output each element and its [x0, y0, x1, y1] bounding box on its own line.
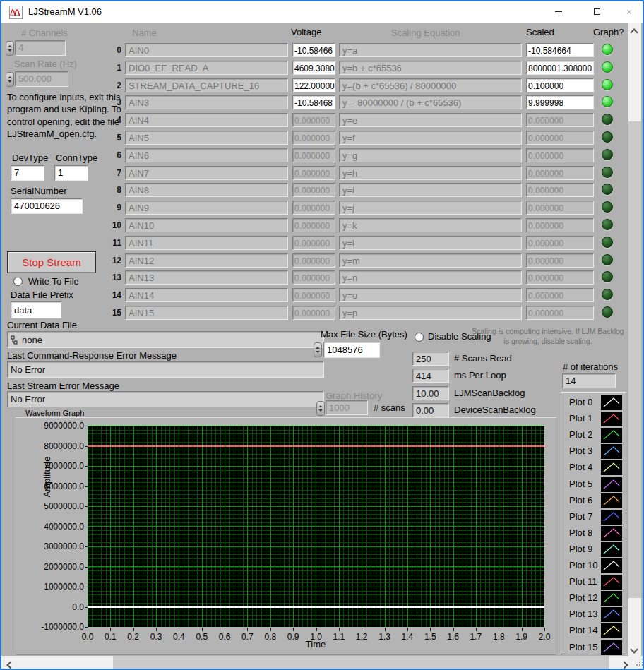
channel-name-field[interactable]: AIN4 [125, 113, 288, 127]
legend-line-swatch[interactable] [601, 526, 622, 541]
current-data-file-field[interactable]: none [7, 331, 324, 348]
legend-item[interactable]: Plot 10 [561, 558, 626, 574]
legend-line-swatch[interactable] [601, 542, 622, 557]
channel-name-field[interactable]: AIN7 [125, 166, 288, 180]
graph-led[interactable] [602, 149, 613, 160]
scaling-equation-field[interactable]: y = 80000000 / (b + c*65536) [339, 95, 522, 109]
horizontal-scrollbar-thumb[interactable] [113, 656, 609, 669]
legend-line-swatch[interactable] [601, 395, 622, 410]
graph-led[interactable] [602, 167, 613, 178]
graph-led[interactable] [602, 184, 613, 195]
legend-line-swatch[interactable] [601, 428, 622, 443]
scaling-equation-field[interactable]: y=m [339, 253, 522, 268]
data-file-prefix-field[interactable]: data [11, 301, 61, 318]
scaling-equation-field[interactable]: y=i [339, 183, 522, 197]
channel-name-field[interactable]: AIN9 [125, 201, 288, 215]
legend-line-swatch[interactable] [601, 640, 622, 655]
graph-led[interactable] [602, 271, 613, 282]
legend-item[interactable]: Plot 15 [561, 640, 626, 656]
scaling-equation-field[interactable]: y=g [339, 148, 522, 162]
legend-item[interactable]: Plot 5 [561, 477, 626, 493]
resize-grip[interactable] [634, 656, 644, 669]
legend-item[interactable]: Plot 2 [561, 427, 626, 443]
graph-led[interactable] [602, 131, 613, 143]
scroll-down-icon[interactable] [631, 644, 637, 654]
scaling-equation-field[interactable]: y=k [339, 218, 522, 232]
graph-led[interactable] [602, 306, 613, 318]
channel-name-field[interactable]: AIN10 [125, 218, 288, 232]
stop-stream-button[interactable]: Stop Stream [7, 251, 96, 273]
vertical-scrollbar-thumb[interactable] [628, 121, 641, 598]
scaling-equation-field[interactable]: y=a [339, 43, 522, 57]
scaling-equation-field[interactable]: y=e [339, 113, 522, 127]
channel-name-field[interactable]: AIN11 [125, 236, 288, 250]
graph-led[interactable] [602, 254, 613, 265]
legend-item[interactable]: Plot 14 [561, 623, 626, 639]
graph-led[interactable] [602, 289, 613, 300]
legend-item[interactable]: Plot 13 [561, 606, 626, 623]
legend-item[interactable]: Plot 0 [561, 395, 626, 411]
devtype-field[interactable]: 7 [11, 165, 44, 181]
scaling-equation-field[interactable]: y=(b + c*65536) / 80000000 [339, 78, 522, 92]
scaling-equation-field[interactable]: y=l [339, 236, 522, 250]
channel-name-field[interactable]: AIN12 [125, 253, 288, 268]
vertical-scrollbar[interactable] [628, 23, 641, 657]
legend-item[interactable]: Plot 11 [561, 574, 626, 590]
legend-item[interactable]: Plot 4 [561, 460, 626, 476]
channel-name-field[interactable]: AIN14 [125, 288, 288, 302]
horizontal-scrollbar[interactable] [1, 656, 634, 669]
channel-name-field[interactable]: AIN15 [125, 306, 288, 320]
channel-name-field[interactable]: AIN13 [125, 270, 288, 285]
legend-line-swatch[interactable] [601, 493, 622, 508]
channel-name-field[interactable]: STREAM_DATA_CAPTURE_16 [125, 78, 288, 92]
channel-name-field[interactable]: AIN0 [125, 43, 288, 57]
graph-led[interactable] [602, 79, 613, 90]
legend-line-swatch[interactable] [601, 623, 622, 638]
graph-led[interactable] [602, 61, 613, 73]
legend-item[interactable]: Plot 9 [561, 542, 626, 558]
legend-line-swatch[interactable] [601, 575, 622, 590]
scaling-equation-field[interactable]: y=p [339, 306, 522, 320]
serial-number-field[interactable]: 470010626 [11, 198, 83, 214]
max-file-size-field[interactable]: 1048576 [323, 342, 380, 358]
legend-item[interactable]: Plot 6 [561, 493, 626, 509]
graph-led[interactable] [602, 96, 613, 107]
legend-item[interactable]: Plot 12 [561, 590, 626, 606]
channel-name-field[interactable]: AIN3 [125, 95, 288, 109]
graph-led[interactable] [602, 219, 613, 230]
legend-item[interactable]: Plot 7 [561, 509, 626, 525]
graph-led[interactable] [602, 237, 613, 248]
scaling-equation-field[interactable]: y=n [339, 270, 522, 285]
channel-name-field[interactable]: AIN8 [125, 183, 288, 197]
legend-item[interactable]: Plot 1 [561, 411, 626, 427]
maximize-button[interactable] [580, 1, 613, 22]
legend-line-swatch[interactable] [601, 477, 622, 492]
write-to-file-radio[interactable] [13, 277, 23, 286]
minimize-button[interactable] [542, 1, 575, 22]
scroll-up-icon[interactable] [631, 27, 637, 37]
scaling-equation-field[interactable]: y=b + c*65536 [339, 61, 522, 75]
legend-line-swatch[interactable] [601, 444, 622, 459]
scroll-left-icon[interactable] [6, 659, 13, 670]
graph-led[interactable] [602, 114, 613, 125]
scaling-equation-field[interactable]: y=j [339, 201, 522, 215]
legend-line-swatch[interactable] [601, 412, 622, 426]
conntype-field[interactable]: 1 [54, 165, 88, 181]
graph-led[interactable] [602, 44, 613, 55]
scaling-equation-field[interactable]: y=f [339, 131, 522, 145]
scaling-equation-field[interactable]: y=h [339, 166, 522, 180]
graph-led[interactable] [602, 201, 613, 213]
channel-name-field[interactable]: DIO0_EF_READ_A [125, 61, 288, 75]
legend-line-swatch[interactable] [601, 558, 622, 573]
disable-scaling-radio[interactable] [415, 333, 424, 342]
scroll-right-icon[interactable] [621, 659, 627, 670]
legend-line-swatch[interactable] [601, 460, 622, 475]
legend-item[interactable]: Plot 8 [561, 525, 626, 542]
channel-name-field[interactable]: AIN6 [125, 148, 288, 162]
legend-line-swatch[interactable] [601, 510, 622, 525]
legend-line-swatch[interactable] [601, 591, 622, 606]
channel-name-field[interactable]: AIN5 [125, 131, 288, 145]
legend-item[interactable]: Plot 3 [561, 443, 626, 460]
close-button[interactable]: × [613, 1, 644, 22]
max-file-size-spinner[interactable] [314, 342, 322, 357]
